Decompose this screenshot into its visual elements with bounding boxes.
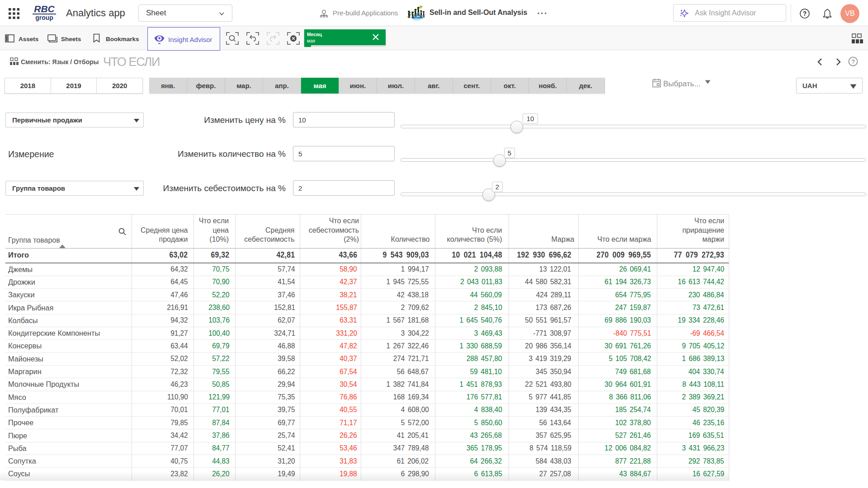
svg-text:?: ? xyxy=(851,58,854,65)
svg-text:?: ? xyxy=(803,10,807,17)
